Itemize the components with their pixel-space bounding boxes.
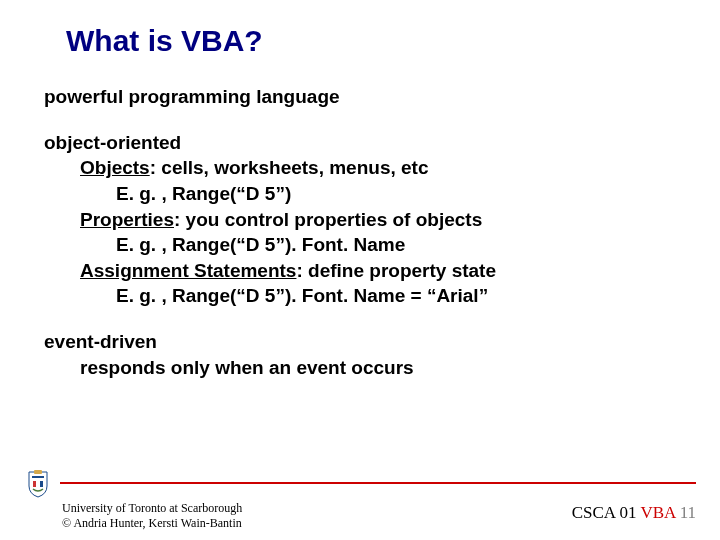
svg-rect-1 <box>32 476 44 478</box>
svg-rect-0 <box>34 470 42 474</box>
section-object-oriented: object-oriented Objects: cells, workshee… <box>44 130 676 309</box>
eg-properties: E. g. , Range(“D 5”). Font. Name <box>44 232 676 258</box>
rest-objects: : cells, worksheets, menus, etc <box>150 157 429 178</box>
footer-divider-line <box>60 482 696 484</box>
rest-properties: : you control properties of objects <box>174 209 482 230</box>
svg-rect-3 <box>40 481 43 487</box>
slide-content: powerful programming language object-ori… <box>44 84 676 380</box>
eg-assignment: E. g. , Range(“D 5”). Font. Name = “Aria… <box>44 283 676 309</box>
footer-vba: VBA <box>640 503 675 522</box>
line-event-driven: responds only when an event occurs <box>44 355 676 381</box>
university-crest-icon <box>24 467 52 499</box>
header-event-driven: event-driven <box>44 329 676 355</box>
footer-course: CSCA 01 <box>572 503 637 522</box>
footer-page-info: CSCA 01 VBA 11 <box>572 501 696 523</box>
eg-objects: E. g. , Range(“D 5”) <box>44 181 676 207</box>
svg-rect-2 <box>33 481 36 487</box>
footer-copyright: © Andria Hunter, Kersti Wain-Bantin <box>62 516 242 530</box>
line-assignment: Assignment Statements: define property s… <box>44 258 676 284</box>
footer-divider-row <box>24 467 696 499</box>
header-object-oriented: object-oriented <box>44 130 676 156</box>
footer-page-number: 11 <box>680 503 696 522</box>
section-powerful: powerful programming language <box>44 84 676 110</box>
line-objects: Objects: cells, worksheets, menus, etc <box>44 155 676 181</box>
line-properties: Properties: you control properties of ob… <box>44 207 676 233</box>
label-assignment: Assignment Statements <box>80 260 296 281</box>
rest-assignment: : define property state <box>296 260 496 281</box>
footer-attribution: University of Toronto at Scarborough © A… <box>62 501 242 530</box>
text-powerful: powerful programming language <box>44 86 340 107</box>
label-properties: Properties <box>80 209 174 230</box>
slide: What is VBA? powerful programming langua… <box>0 0 720 540</box>
label-objects: Objects <box>80 157 150 178</box>
slide-footer: University of Toronto at Scarborough © A… <box>0 467 720 540</box>
footer-bottom: University of Toronto at Scarborough © A… <box>24 501 696 530</box>
slide-title: What is VBA? <box>44 24 676 58</box>
section-event-driven: event-driven responds only when an event… <box>44 329 676 380</box>
footer-university: University of Toronto at Scarborough <box>62 501 242 515</box>
